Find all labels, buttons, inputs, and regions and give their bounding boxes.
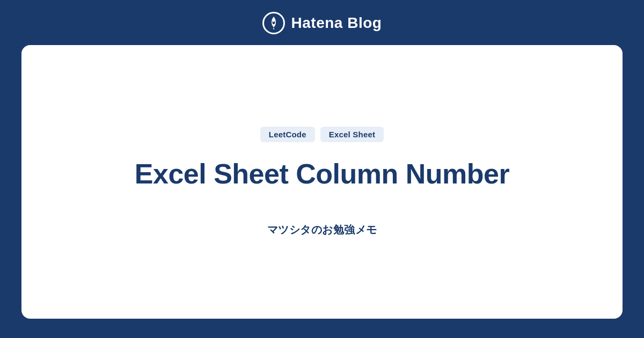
author-name: マツシタのお勉強メモ	[267, 223, 377, 237]
tag-excel-sheet[interactable]: Excel Sheet	[320, 127, 384, 142]
content-card: LeetCode Excel Sheet Excel Sheet Column …	[21, 45, 623, 319]
hatena-logo	[262, 12, 285, 34]
article-title: Excel Sheet Column Number	[135, 157, 509, 190]
site-header: Hatena Blog	[0, 0, 644, 45]
tag-leetcode[interactable]: LeetCode	[260, 127, 315, 142]
tag-list: LeetCode Excel Sheet	[260, 127, 384, 142]
svg-point-1	[273, 21, 274, 22]
site-title: Hatena Blog	[291, 14, 382, 32]
